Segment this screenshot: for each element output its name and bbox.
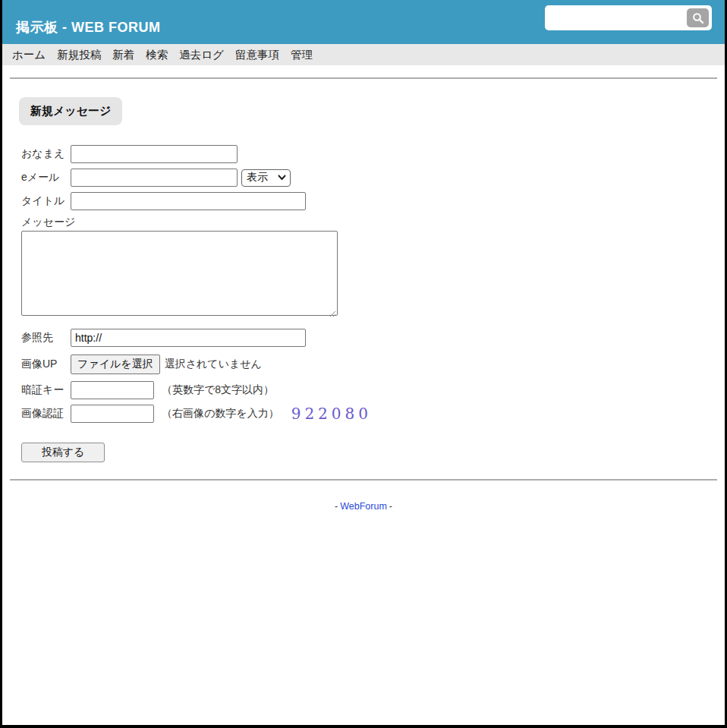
nav-item-latest[interactable]: 新着 — [112, 48, 134, 62]
pin-row: 暗証キー （英数字で8文字以内） — [21, 381, 717, 399]
title-label: タイトル — [21, 194, 71, 208]
captcha-label: 画像認証 — [21, 407, 71, 421]
footer-link[interactable]: WebForum — [340, 501, 387, 512]
search-form — [545, 5, 712, 30]
captcha-row: 画像認証 （右画像の数字を入力） 922080 — [21, 405, 717, 423]
header-bar: 掲示板 - WEB FORUM — [2, 0, 725, 44]
email-label: eメール — [21, 171, 71, 184]
nav-item-archive[interactable]: 過去ログ — [179, 48, 224, 62]
main-nav: ホーム 新規投稿 新着 検索 過去ログ 留意事項 管理 — [2, 44, 725, 65]
captcha-image: 922080 — [291, 405, 372, 423]
message-textarea-wrap — [21, 231, 338, 318]
search-button[interactable] — [687, 8, 709, 27]
footer-suffix: - — [389, 501, 392, 512]
file-status-text: 選択されていません — [165, 358, 262, 371]
nav-item-admin[interactable]: 管理 — [291, 48, 313, 62]
image-upload-label: 画像UP — [21, 358, 71, 371]
search-icon — [692, 12, 704, 24]
pin-label: 暗証キー — [21, 383, 71, 397]
captcha-input[interactable] — [71, 405, 154, 423]
submit-button[interactable]: 投稿する — [21, 443, 105, 462]
nav-item-home[interactable]: ホーム — [12, 48, 46, 62]
title-row: タイトル — [21, 192, 717, 210]
reference-label: 参照先 — [21, 331, 71, 345]
pin-note: （英数字で8文字以内） — [162, 383, 274, 397]
email-input[interactable] — [71, 169, 238, 187]
email-display-select-value: 表示 — [247, 171, 268, 184]
message-textarea[interactable] — [21, 231, 338, 316]
page: 掲示板 - WEB FORUM ホーム 新規投稿 新着 検索 過去ログ 留意事項… — [0, 0, 727, 728]
nav-item-notes[interactable]: 留意事項 — [235, 48, 279, 62]
email-row: eメール 表示 — [21, 169, 717, 187]
footer-prefix: - — [335, 501, 338, 512]
email-display-select[interactable]: 表示 — [241, 169, 291, 187]
nav-item-new-post[interactable]: 新規投稿 — [57, 48, 101, 62]
captcha-note: （右画像の数字を入力） — [162, 407, 279, 421]
section-title-chip: 新規メッセージ — [19, 97, 122, 125]
image-upload-row: 画像UP ファイルを選択 選択されていません — [21, 355, 717, 374]
message-label: メッセージ — [21, 216, 717, 229]
divider-bottom — [10, 479, 717, 481]
file-select-button[interactable]: ファイルを選択 — [71, 355, 160, 374]
name-input[interactable] — [71, 145, 238, 163]
footer: -WebForum- — [10, 501, 717, 512]
title-input[interactable] — [71, 192, 306, 210]
pin-input[interactable] — [71, 381, 154, 399]
name-row: おなまえ — [21, 145, 717, 163]
reference-url-input[interactable] — [71, 329, 306, 347]
page-title: 掲示板 - WEB FORUM — [16, 18, 160, 36]
reference-row: 参照先 — [21, 329, 717, 347]
content-area: 新規メッセージ おなまえ eメール 表示 — [2, 77, 725, 512]
name-label: おなまえ — [21, 147, 71, 161]
post-form: おなまえ eメール 表示 タイトル — [21, 145, 717, 462]
nav-item-search[interactable]: 検索 — [146, 48, 168, 62]
chevron-down-icon — [278, 175, 286, 181]
divider-top — [10, 77, 717, 79]
